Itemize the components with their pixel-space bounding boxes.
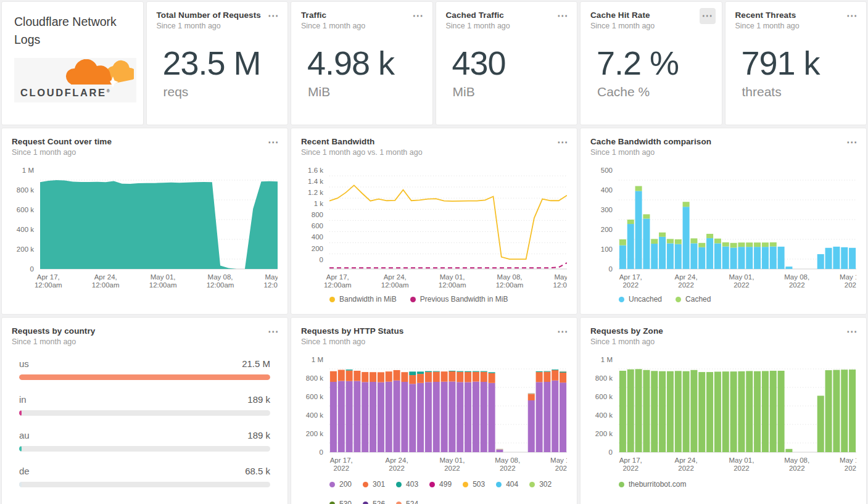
svg-text:200 k: 200 k	[17, 246, 34, 253]
panel-title: Traffic	[301, 10, 365, 20]
panel-menu-button[interactable]: ⋯	[844, 8, 860, 24]
legend-item: 302	[529, 480, 552, 489]
panel-menu-button[interactable]: ⋯	[555, 134, 571, 151]
svg-text:800 k: 800 k	[17, 186, 34, 194]
panel-title: Recent Bandwidth	[301, 137, 423, 146]
country-bar-track	[19, 374, 270, 380]
country-label: de	[19, 466, 30, 476]
svg-text:300: 300	[601, 206, 613, 213]
svg-text:May 01,: May 01,	[439, 456, 465, 464]
legend-label: 200	[339, 480, 352, 489]
stat-value: 7.2 %	[597, 44, 712, 82]
legend-color-dot	[329, 297, 335, 302]
svg-text:2022: 2022	[333, 465, 349, 472]
legend-label: 499	[439, 480, 452, 489]
cloudflare-wordmark: CLOUDFLARE®	[20, 87, 134, 99]
legend-label: theburritobot.com	[629, 480, 686, 489]
legend-color-dot	[363, 502, 368, 504]
panel-subtitle: Since 1 month ago	[301, 22, 365, 30]
panel-subtitle: Since 1 month ago	[590, 148, 711, 157]
panel-requests-by-zone: Requests by Zone Since 1 month ago ⋯ 020…	[580, 317, 867, 504]
svg-text:May 01,: May 01,	[729, 456, 754, 464]
svg-text:2022: 2022	[845, 465, 856, 472]
country-row: au189 k	[19, 430, 270, 452]
panel-title: Total Number of Requests	[157, 10, 261, 20]
svg-text:Apr 17,: Apr 17,	[619, 456, 642, 464]
cache-bandwidth-bar-chart: 0100200300400500Apr 17,2022Apr 24,2022Ma…	[590, 163, 856, 294]
legend-item: theburritobot.com	[619, 480, 686, 489]
legend-item: 524	[396, 500, 418, 504]
country-row: de68.5 k	[19, 466, 270, 487]
svg-text:May 01,: May 01,	[729, 273, 754, 281]
panel-total-requests: Total Number of Requests Since 1 month a…	[146, 1, 289, 125]
panel-title: Recent Threats	[735, 10, 800, 20]
svg-text:0: 0	[30, 265, 34, 273]
svg-text:0: 0	[609, 448, 613, 456]
svg-text:May 15,: May 15,	[550, 456, 567, 464]
panel-menu-button[interactable]: ⋯	[700, 8, 716, 24]
svg-text:2022: 2022	[500, 465, 516, 472]
panel-menu-button[interactable]: ⋯	[555, 8, 571, 24]
panel-menu-button[interactable]: ⋯	[265, 8, 281, 24]
legend-label: Uncached	[629, 295, 662, 304]
panel-menu-button[interactable]: ⋯	[410, 8, 426, 24]
svg-text:12:00am: 12:00am	[264, 281, 278, 289]
svg-text:Apr 24,: Apr 24,	[386, 456, 408, 464]
svg-text:Apr 17,: Apr 17,	[619, 273, 642, 281]
panel-title: Requests by country	[12, 326, 95, 336]
panel-requests-by-http-status: Requests by HTTP Status Since 1 month ag…	[291, 317, 577, 504]
panel-menu-button[interactable]: ⋯	[265, 134, 281, 151]
panel-cached-traffic: Cached Traffic Since 1 month ago ⋯ 430 M…	[436, 1, 578, 125]
svg-text:2022: 2022	[845, 281, 856, 289]
legend-item: 503	[463, 480, 485, 489]
svg-text:Apr 24,: Apr 24,	[384, 273, 407, 281]
svg-text:200 k: 200 k	[306, 430, 323, 437]
legend-label: 524	[406, 500, 418, 504]
svg-text:1 M: 1 M	[22, 167, 34, 174]
legend-item: 404	[496, 480, 518, 489]
legend-label: Bandwidth in MiB	[339, 295, 397, 304]
ellipsis-menu-icon: ⋯	[268, 139, 279, 146]
country-label: in	[19, 394, 27, 405]
legend-label: 403	[406, 480, 418, 489]
panel-traffic: Traffic Since 1 month ago ⋯ 4.98 k MiB	[291, 1, 433, 125]
ellipsis-menu-icon: ⋯	[846, 139, 858, 146]
panel-menu-button[interactable]: ⋯	[555, 324, 571, 340]
svg-text:May 08,: May 08,	[495, 456, 520, 464]
svg-text:2022: 2022	[622, 281, 639, 289]
svg-text:12:00am: 12:00am	[35, 281, 62, 289]
stat-value: 430	[452, 44, 568, 82]
panel-menu-button[interactable]: ⋯	[844, 134, 860, 151]
svg-text:2022: 2022	[622, 465, 639, 472]
panel-menu-button[interactable]: ⋯	[844, 324, 860, 340]
svg-text:600 k: 600 k	[306, 393, 323, 400]
stat-unit: MiB	[308, 85, 423, 99]
svg-text:2022: 2022	[389, 465, 405, 472]
panel-menu-button[interactable]: ⋯	[265, 324, 281, 340]
ellipsis-menu-icon: ⋯	[557, 13, 568, 19]
svg-text:Apr 24,: Apr 24,	[94, 273, 117, 281]
panel-brand: Cloudflare Network Logs CLOUDFLARE®	[1, 1, 144, 125]
stat-unit: Cache %	[597, 85, 712, 99]
svg-text:200: 200	[312, 245, 323, 252]
legend-item: 200	[329, 480, 352, 489]
svg-text:100: 100	[601, 246, 613, 253]
country-value: 189 k	[247, 394, 270, 405]
legend-color-dot	[496, 482, 502, 487]
panel-subtitle: Since 1 month ago	[590, 22, 655, 30]
ellipsis-menu-icon: ⋯	[268, 13, 279, 19]
country-bar-track	[19, 482, 270, 487]
svg-text:12:00am: 12:00am	[207, 281, 234, 289]
svg-text:May 15,: May 15,	[265, 273, 278, 281]
svg-text:400 k: 400 k	[595, 411, 613, 419]
ellipsis-menu-icon: ⋯	[702, 13, 713, 19]
chart-legend: UncachedCached	[619, 295, 856, 304]
svg-text:2022: 2022	[678, 281, 694, 289]
ellipsis-menu-icon: ⋯	[846, 13, 858, 19]
svg-text:Apr 17,: Apr 17,	[330, 456, 353, 464]
stat-value: 23.5 M	[163, 44, 278, 82]
svg-text:400: 400	[312, 233, 323, 241]
country-bar-track	[19, 410, 270, 416]
panel-requests-by-country: Requests by country Since 1 month ago ⋯ …	[1, 317, 288, 504]
svg-text:May 08,: May 08,	[784, 273, 809, 281]
